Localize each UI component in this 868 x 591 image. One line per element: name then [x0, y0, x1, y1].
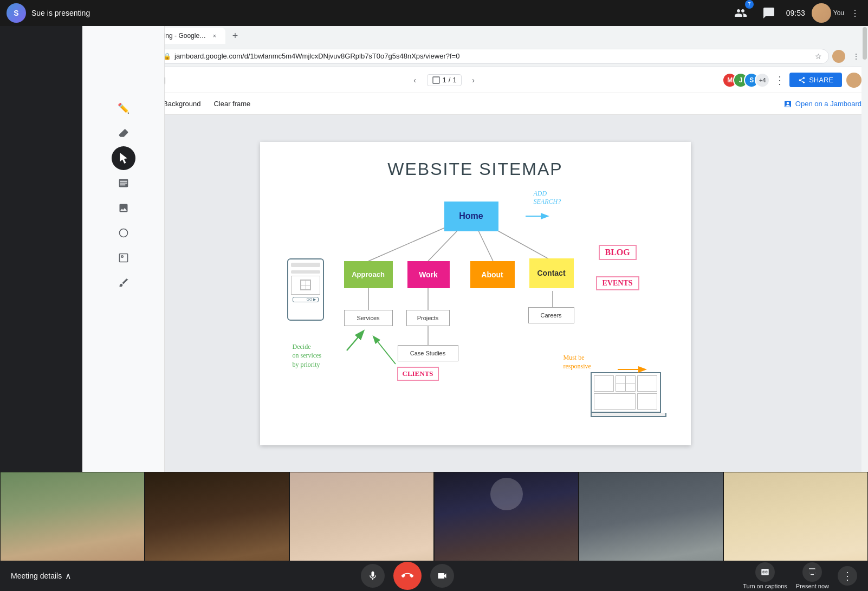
jamboard-right-toolbar: M J S +4 ⋮ SHARE: [722, 73, 861, 88]
laptop-sketch: [591, 372, 666, 421]
right-controls: Turn on captions Present now ⋮: [743, 562, 857, 589]
collaborators-avatars: M J S +4: [722, 73, 770, 88]
present-now-button[interactable]: Present now: [796, 562, 829, 589]
meeting-details-label: Meeting details: [11, 571, 62, 580]
case-studies-node[interactable]: Case Studies: [398, 345, 458, 361]
decide-annotation: Decideon servicesby priority: [293, 342, 322, 369]
circle-tool[interactable]: [112, 221, 135, 245]
presenter-info: S Sue is presenting: [0, 3, 96, 23]
end-call-button[interactable]: [393, 562, 422, 590]
top-bar: S Sue is presenting 7 09:53 You ⋮: [0, 0, 868, 26]
user-avatar: [812, 3, 831, 23]
vertical-scrollbar[interactable]: [861, 26, 868, 472]
jam-user-avatar: [846, 73, 861, 88]
meeting-details[interactable]: Meeting details ∧: [11, 571, 72, 581]
bottom-bar: Meeting details ∧ Turn on cap: [0, 561, 868, 591]
contact-node[interactable]: Contact: [529, 258, 574, 288]
user-label: You: [833, 9, 844, 17]
page-indicator: 1 / 1: [427, 74, 462, 86]
page-total: 1: [452, 76, 456, 84]
projects-node[interactable]: Projects: [406, 310, 450, 326]
blog-node[interactable]: BLOG: [599, 245, 637, 260]
presenter-avatar: S: [7, 3, 26, 23]
clear-frame-button[interactable]: Clear frame: [209, 98, 255, 110]
browser-right-icons: ⋮: [831, 49, 864, 64]
camera-button[interactable]: [430, 564, 454, 588]
laser-tool[interactable]: [112, 271, 135, 295]
svg-line-15: [347, 332, 363, 350]
open-jamboard-label: Open on a Jamboard: [795, 100, 861, 108]
presenter-name: Sue is presenting: [31, 9, 90, 17]
browser-addressbar: ← → ⟳ ⌂ 🔒 jamboard.google.com/d/1bwlanmc…: [82, 46, 868, 67]
url-text: jamboard.google.com/d/1bwlanmc5m4WmjlcxD…: [174, 52, 812, 60]
svg-point-2: [121, 256, 122, 257]
browser-window: Site Planning - Google Jamboard × + ← → …: [82, 26, 868, 472]
green-arrow: [341, 326, 368, 353]
page-current: 1: [443, 76, 446, 84]
eraser-tool[interactable]: [112, 121, 135, 145]
chevron-up-icon: ∧: [65, 571, 72, 581]
bookmark-icon[interactable]: ☆: [815, 52, 822, 61]
chat-icon[interactable]: [758, 2, 780, 24]
share-button[interactable]: SHARE: [789, 73, 842, 87]
scrollbar-thumb[interactable]: [863, 27, 867, 60]
jam-navigation: ‹ 1 / 1 ›: [407, 73, 481, 88]
captions-label: Turn on captions: [743, 583, 787, 589]
call-controls: [72, 562, 743, 590]
present-icon: [802, 562, 822, 582]
work-node[interactable]: Work: [407, 261, 450, 288]
browser-tabs: Site Planning - Google Jamboard × +: [117, 28, 864, 44]
tab-close-button[interactable]: ×: [210, 31, 219, 40]
add-search-annotation: ADDSEARCH?: [534, 190, 561, 206]
sitemap-title: WEBSITE SITEMAP: [260, 159, 691, 179]
user-section: You: [812, 3, 844, 23]
responsive-annotation: Must beresponsive: [563, 353, 591, 372]
more-options-button[interactable]: ⋮: [838, 566, 857, 586]
new-tab-button[interactable]: +: [228, 28, 243, 43]
background-button[interactable]: Background: [159, 98, 205, 110]
svg-point-0: [119, 229, 127, 237]
image-tool[interactable]: [112, 196, 135, 220]
jamboard-toolbar: J Site Planning ‹ 1 / 1 › M J S +4 ⋮ SHA…: [82, 67, 868, 93]
open-jamboard-button[interactable]: Open on a Jamboard: [783, 100, 861, 108]
shape-tool[interactable]: [112, 246, 135, 270]
time-display: 09:53: [786, 9, 805, 17]
people-count: 7: [745, 0, 754, 9]
prev-page-button[interactable]: ‹: [407, 73, 423, 88]
pen-tool[interactable]: ✏️: [112, 96, 135, 120]
captions-icon: [755, 562, 775, 582]
whiteboard[interactable]: WEBSITE SITEMAP: [260, 142, 691, 445]
select-tool[interactable]: [112, 146, 135, 170]
about-node[interactable]: About: [470, 261, 515, 288]
collab-more-badge: +4: [755, 73, 770, 88]
jamboard-menu-icon[interactable]: ⋮: [774, 74, 785, 87]
svg-rect-3: [433, 77, 439, 83]
address-bar[interactable]: 🔒 jamboard.google.com/d/1bwlanmc5m4Wmjlc…: [156, 49, 829, 64]
careers-node[interactable]: Careers: [528, 307, 574, 323]
present-now-label: Present now: [796, 583, 829, 589]
next-page-button[interactable]: ›: [466, 73, 481, 88]
microphone-button[interactable]: [361, 564, 385, 588]
people-icon[interactable]: 7: [730, 2, 752, 24]
top-bar-right: 7 09:53 You ⋮: [730, 2, 868, 24]
canvas-area: WEBSITE SITEMAP: [82, 115, 868, 472]
captions-button[interactable]: Turn on captions: [743, 562, 787, 589]
svg-rect-1: [119, 254, 127, 262]
home-node[interactable]: Home: [444, 202, 498, 231]
jamboard-secondary-toolbar: ↩ ↪ - Background Clear frame Open on a J…: [82, 93, 868, 115]
left-tools-panel: ✏️: [82, 26, 165, 472]
share-button-label: SHARE: [809, 76, 833, 84]
clients-node[interactable]: CLIENTS: [397, 367, 439, 381]
top-bar-more-icon[interactable]: ⋮: [851, 8, 859, 18]
services-node[interactable]: Services: [344, 310, 393, 326]
sticky-note-tool[interactable]: [112, 171, 135, 195]
events-node[interactable]: EVENTS: [596, 276, 639, 290]
extension-icon[interactable]: [831, 49, 846, 64]
phone-sketch: GO ▶: [287, 258, 324, 321]
approach-node[interactable]: Approach: [344, 261, 393, 288]
svg-line-13: [374, 337, 396, 364]
browser-titlebar: Site Planning - Google Jamboard × +: [82, 26, 868, 46]
orange-arrow: [618, 364, 650, 375]
